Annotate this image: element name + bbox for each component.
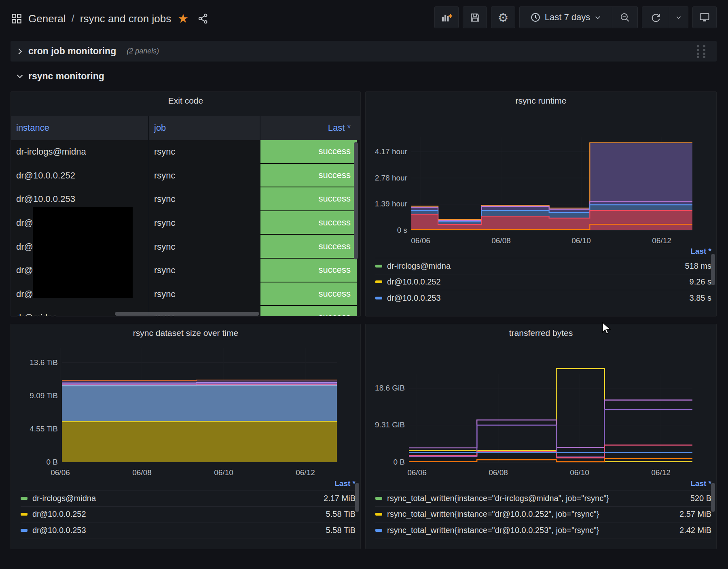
table-vertical-scrollbar[interactable] (354, 142, 358, 259)
dashboard-toolbar: ⚙ Last 7 days (434, 6, 717, 28)
table-horizontal-scrollbar[interactable] (115, 312, 259, 316)
breadcrumb: General / rsync and cron jobs ★ (11, 0, 209, 37)
chevron-down-icon (15, 72, 24, 81)
legend-item-partial[interactable] (21, 538, 356, 550)
time-range-picker[interactable]: Last 7 days (519, 6, 612, 28)
cell-status-success: success (260, 235, 357, 259)
legend-series-swatch (375, 280, 382, 283)
legend-series-label: dr-irclogs@midna (32, 494, 319, 503)
legend-item[interactable]: dr@10.0.0.2533.85 s (375, 290, 711, 306)
legend-item[interactable]: dr@10.0.0.2525.58 TiB (21, 506, 356, 522)
breadcrumb-separator: / (72, 13, 74, 25)
legend-series-label: dr@10.0.0.252 (387, 277, 685, 287)
legend-series-value: 3.85 s (690, 293, 711, 303)
legend-series-value: 520 B (690, 494, 711, 503)
cell-job: rsync (149, 140, 260, 164)
column-header-job[interactable]: job (149, 116, 260, 140)
cell-job: rsync (149, 164, 260, 188)
legend-scrollbar[interactable] (355, 483, 359, 512)
row-title: cron job monitoring (28, 46, 116, 57)
runtime-legend: Last *dr-irclogs@midna518 msdr@10.0.0.25… (375, 245, 711, 316)
legend-series-value: 2.17 MiB (324, 494, 356, 503)
table-row: dr@10.0.0.252rsyncsuccess (11, 164, 360, 188)
legend-item-partial[interactable] (375, 538, 711, 550)
legend-item[interactable]: dr@10.0.0.2535.58 TiB (21, 522, 356, 538)
panel-title[interactable]: Exit code (11, 96, 360, 106)
dashboard-settings-button[interactable]: ⚙ (491, 6, 515, 28)
legend-item[interactable]: dr@10.0.0.2529.26 s (375, 274, 711, 290)
legend-series-label: dr@10.0.0.252 (32, 510, 321, 519)
time-controls: Last 7 days (519, 6, 638, 28)
row-cron-job-monitoring[interactable]: cron job monitoring (2 panels) (11, 41, 717, 62)
panel-rsync-runtime: rsync runtime Last *dr-irclogs@midna518 … (365, 91, 717, 316)
legend-scrollbar[interactable] (711, 483, 715, 512)
y-axis-tick: 9.09 TiB (13, 391, 58, 400)
legend-sort-last[interactable]: Last * (375, 245, 711, 258)
time-range-label: Last 7 days (545, 12, 590, 23)
panel-exit-code: Exit code instancejobLast *dr-irclogs@mi… (11, 91, 361, 316)
x-axis-tick: 06/10 (561, 468, 598, 477)
redaction-box (33, 207, 133, 298)
legend-series-value: 2.57 MiB (679, 510, 711, 519)
refresh-button[interactable] (642, 6, 669, 28)
legend-scrollbar[interactable] (711, 254, 715, 285)
legend-item[interactable]: rsync_total_written{instance="dr-irclogs… (375, 490, 711, 506)
dashboards-grid-icon[interactable] (11, 13, 23, 25)
top-navbar: General / rsync and cron jobs ★ ⚙ (0, 0, 728, 37)
y-axis-tick: 0 s (368, 226, 407, 235)
column-header-instance[interactable]: instance (11, 116, 149, 140)
x-axis-tick: 06/08 (483, 236, 519, 245)
y-axis-tick: 0 B (13, 458, 58, 467)
x-axis-tick: 06/06 (402, 236, 439, 245)
legend-item[interactable]: dr-irclogs@midna518 ms (375, 258, 711, 274)
cell-instance: dr-irclogs@midna (11, 140, 149, 164)
cell-job: rsync (149, 235, 260, 259)
cell-instance: dr@10.0.0.252 (11, 164, 149, 188)
breadcrumb-folder[interactable]: General (28, 13, 66, 25)
column-header-last[interactable]: Last * (260, 116, 357, 140)
y-axis-tick: 18.6 GiB (368, 384, 405, 393)
cell-status-success: success (260, 140, 357, 164)
legend-sort-last[interactable]: Last * (375, 477, 711, 490)
x-axis-tick: 06/06 (42, 468, 78, 477)
row-drag-handle[interactable] (697, 45, 708, 58)
x-axis-tick: 06/08 (480, 468, 516, 477)
x-axis-tick: 06/10 (563, 236, 599, 245)
row-rsync-monitoring[interactable]: rsync monitoring (11, 67, 375, 85)
transferred-legend: Last *rsync_total_written{instance="dr-i… (375, 477, 711, 549)
legend-series-swatch (375, 497, 382, 500)
panel-dataset-size: rsync dataset size over time Last *dr-ir… (11, 324, 361, 549)
save-dashboard-button[interactable] (463, 6, 487, 28)
table-row: dr-irclogs@midnarsyncsuccess (11, 140, 360, 164)
table-header: instancejobLast * (11, 116, 360, 140)
tv-mode-button[interactable] (692, 6, 717, 28)
dataset-legend: Last *dr-irclogs@midna2.17 MiBdr@10.0.0.… (21, 477, 356, 549)
legend-item[interactable]: rsync_total_written{instance="dr@10.0.0.… (375, 506, 711, 522)
add-panel-button[interactable] (434, 6, 459, 28)
legend-item[interactable]: dr-irclogs@midna2.17 MiB (21, 490, 356, 506)
legend-series-label: rsync_total_written{instance="dr@10.0.0.… (387, 510, 675, 519)
x-axis-tick: 06/06 (399, 468, 435, 477)
x-axis-tick: 06/08 (124, 468, 160, 477)
row-panel-count: (2 panels) (127, 47, 159, 55)
legend-series-swatch (21, 529, 28, 532)
x-axis-tick: 06/12 (643, 236, 680, 245)
dashboard-title[interactable]: rsync and cron jobs (80, 13, 171, 25)
y-axis-tick: 4.17 hour (368, 147, 407, 156)
share-icon[interactable] (197, 13, 209, 24)
x-axis-tick: 06/12 (643, 468, 679, 477)
chevron-down-icon (594, 14, 601, 21)
y-axis-tick: 0 B (368, 458, 405, 467)
refresh-controls (642, 6, 688, 28)
cell-status-success: success (260, 164, 357, 188)
zoom-out-time-button[interactable] (612, 6, 638, 28)
refresh-interval-dropdown[interactable] (669, 6, 688, 28)
favorite-star-icon[interactable]: ★ (178, 13, 188, 25)
legend-series-swatch (21, 497, 28, 500)
legend-sort-last[interactable]: Last * (21, 477, 356, 490)
legend-item[interactable]: rsync_total_written{instance="dr@10.0.0.… (375, 522, 711, 538)
legend-series-swatch (375, 513, 382, 516)
legend-item-partial[interactable] (375, 306, 711, 317)
cell-status-success: success (260, 187, 357, 211)
legend-series-value: 2.42 MiB (679, 526, 711, 535)
